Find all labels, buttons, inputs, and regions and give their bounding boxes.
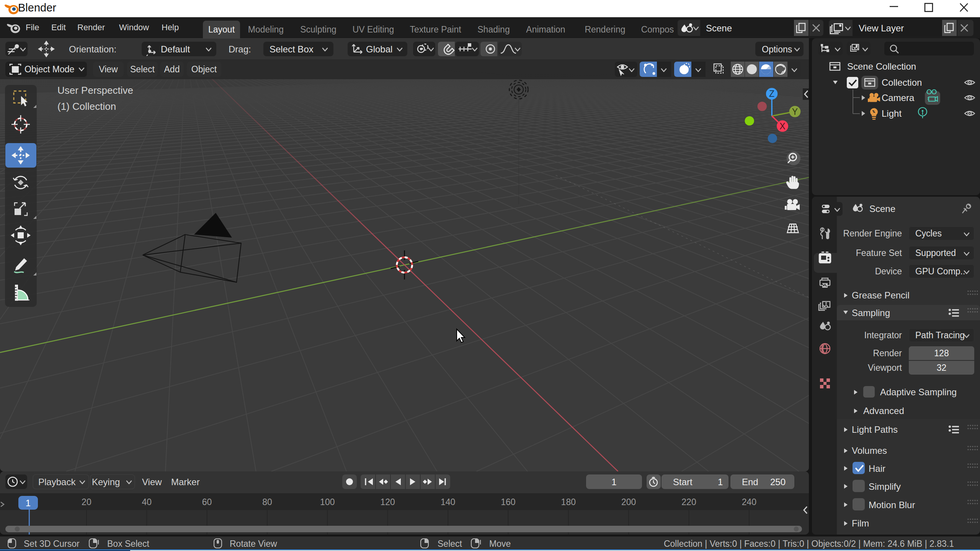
- svg-text:Sampling: Sampling: [852, 308, 890, 318]
- svg-text:1: 1: [26, 498, 31, 508]
- svg-text:Light: Light: [882, 108, 902, 119]
- svg-text:X: X: [779, 121, 785, 131]
- svg-text:80: 80: [262, 497, 272, 507]
- svg-text:Default: Default: [161, 44, 190, 54]
- svg-text:Scene: Scene: [869, 204, 895, 214]
- svg-text:Global: Global: [366, 44, 392, 54]
- svg-text:250: 250: [770, 477, 786, 487]
- svg-text:Marker: Marker: [171, 477, 200, 487]
- svg-text:Simplify: Simplify: [869, 481, 901, 492]
- svg-text:Object Mode: Object Mode: [24, 64, 74, 74]
- svg-text:Adaptive Sampling: Adaptive Sampling: [880, 387, 957, 397]
- svg-text:Playback: Playback: [38, 477, 76, 487]
- svg-text:Collection: Collection: [882, 77, 922, 88]
- svg-text:Z: Z: [769, 89, 774, 99]
- svg-text:Scene: Scene: [706, 23, 732, 33]
- svg-text:View Layer: View Layer: [859, 23, 904, 33]
- svg-text:60: 60: [202, 497, 212, 507]
- svg-text:200: 200: [621, 497, 636, 507]
- svg-text:Scene Collection: Scene Collection: [847, 61, 916, 72]
- svg-text:160: 160: [501, 497, 515, 507]
- svg-text:100: 100: [320, 497, 335, 507]
- svg-text:Advanced: Advanced: [863, 406, 904, 416]
- svg-text:Orientation:: Orientation:: [69, 44, 116, 54]
- svg-text:View: View: [142, 477, 162, 487]
- svg-text:220: 220: [681, 497, 696, 507]
- svg-text:Camera: Camera: [882, 93, 915, 103]
- svg-text:140: 140: [441, 497, 455, 507]
- svg-text:Grease Pencil: Grease Pencil: [852, 290, 910, 300]
- svg-text:Film: Film: [852, 518, 869, 528]
- svg-text:Drag:: Drag:: [229, 44, 251, 54]
- svg-text:Select Box: Select Box: [270, 44, 314, 54]
- svg-text:Keying: Keying: [92, 477, 120, 487]
- svg-text:180: 180: [561, 497, 576, 507]
- svg-text:Start: Start: [673, 477, 693, 487]
- svg-text:Light Paths: Light Paths: [852, 424, 898, 435]
- svg-text:40: 40: [142, 497, 152, 507]
- svg-text:Volumes: Volumes: [852, 445, 887, 456]
- svg-text:End: End: [742, 477, 758, 487]
- svg-text:20: 20: [82, 497, 91, 507]
- svg-text:1: 1: [611, 477, 616, 487]
- svg-text:240: 240: [742, 497, 756, 507]
- svg-text:Motion Blur: Motion Blur: [869, 500, 915, 510]
- svg-text:Hair: Hair: [869, 463, 885, 474]
- svg-text:120: 120: [381, 497, 395, 507]
- svg-text:1: 1: [718, 477, 723, 487]
- svg-text:Y: Y: [792, 107, 798, 117]
- svg-text:Options: Options: [762, 44, 792, 54]
